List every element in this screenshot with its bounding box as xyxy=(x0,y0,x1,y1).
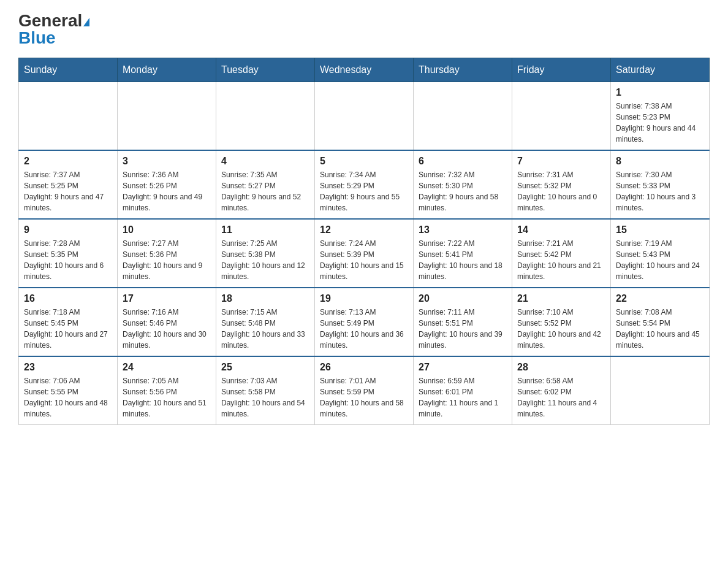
calendar-week-row: 16Sunrise: 7:18 AMSunset: 5:45 PMDayligh… xyxy=(19,288,710,356)
day-number: 27 xyxy=(419,362,507,373)
calendar-cell: 21Sunrise: 7:10 AMSunset: 5:52 PMDayligh… xyxy=(512,288,611,356)
calendar-week-row: 9Sunrise: 7:28 AMSunset: 5:35 PMDaylight… xyxy=(19,219,710,288)
day-number: 4 xyxy=(221,156,309,167)
day-headers-row: SundayMondayTuesdayWednesdayThursdayFrid… xyxy=(19,58,710,82)
calendar-cell: 8Sunrise: 7:30 AMSunset: 5:33 PMDaylight… xyxy=(611,150,710,219)
calendar-cell: 18Sunrise: 7:15 AMSunset: 5:48 PMDayligh… xyxy=(216,288,315,356)
day-info: Sunrise: 7:05 AMSunset: 5:56 PMDaylight:… xyxy=(123,375,211,419)
day-info: Sunrise: 7:01 AMSunset: 5:59 PMDaylight:… xyxy=(320,375,408,419)
day-info: Sunrise: 7:24 AMSunset: 5:39 PMDaylight:… xyxy=(320,238,408,282)
day-info: Sunrise: 7:22 AMSunset: 5:41 PMDaylight:… xyxy=(419,238,507,282)
calendar-cell: 28Sunrise: 6:58 AMSunset: 6:02 PMDayligh… xyxy=(512,356,611,425)
day-number: 10 xyxy=(123,224,211,236)
page-header: GeneralBlue xyxy=(18,12,710,47)
day-header-wednesday: Wednesday xyxy=(315,58,414,82)
calendar-cell xyxy=(611,356,710,425)
calendar-cell: 5Sunrise: 7:34 AMSunset: 5:29 PMDaylight… xyxy=(315,150,414,219)
day-number: 18 xyxy=(221,293,309,304)
day-number: 19 xyxy=(320,293,408,304)
calendar-cell: 4Sunrise: 7:35 AMSunset: 5:27 PMDaylight… xyxy=(216,150,315,219)
calendar-cell xyxy=(315,82,414,151)
calendar-week-row: 1Sunrise: 7:38 AMSunset: 5:23 PMDaylight… xyxy=(19,82,710,151)
day-info: Sunrise: 7:27 AMSunset: 5:36 PMDaylight:… xyxy=(123,238,211,282)
day-number: 9 xyxy=(24,224,112,236)
day-info: Sunrise: 7:28 AMSunset: 5:35 PMDaylight:… xyxy=(24,238,112,282)
day-number: 14 xyxy=(517,224,605,236)
logo-area: GeneralBlue xyxy=(18,12,89,47)
day-number: 17 xyxy=(123,293,211,304)
day-info: Sunrise: 7:03 AMSunset: 5:58 PMDaylight:… xyxy=(221,375,309,419)
day-info: Sunrise: 7:21 AMSunset: 5:42 PMDaylight:… xyxy=(517,238,605,282)
day-info: Sunrise: 7:18 AMSunset: 5:45 PMDaylight:… xyxy=(24,307,112,351)
day-number: 28 xyxy=(517,362,605,373)
day-info: Sunrise: 6:58 AMSunset: 6:02 PMDaylight:… xyxy=(517,375,605,419)
calendar-cell: 25Sunrise: 7:03 AMSunset: 5:58 PMDayligh… xyxy=(216,356,315,425)
calendar-cell: 2Sunrise: 7:37 AMSunset: 5:25 PMDaylight… xyxy=(19,150,118,219)
day-info: Sunrise: 7:32 AMSunset: 5:30 PMDaylight:… xyxy=(419,169,507,213)
day-info: Sunrise: 7:16 AMSunset: 5:46 PMDaylight:… xyxy=(123,307,211,351)
day-info: Sunrise: 7:06 AMSunset: 5:55 PMDaylight:… xyxy=(24,375,112,419)
calendar-week-row: 23Sunrise: 7:06 AMSunset: 5:55 PMDayligh… xyxy=(19,356,710,425)
calendar-cell: 20Sunrise: 7:11 AMSunset: 5:51 PMDayligh… xyxy=(414,288,512,356)
day-number: 3 xyxy=(123,156,211,167)
day-info: Sunrise: 7:30 AMSunset: 5:33 PMDaylight:… xyxy=(616,169,704,213)
day-info: Sunrise: 7:36 AMSunset: 5:26 PMDaylight:… xyxy=(123,169,211,213)
calendar-cell: 6Sunrise: 7:32 AMSunset: 5:30 PMDaylight… xyxy=(414,150,512,219)
calendar-cell: 11Sunrise: 7:25 AMSunset: 5:38 PMDayligh… xyxy=(216,219,315,288)
day-header-sunday: Sunday xyxy=(19,58,118,82)
calendar-cell: 7Sunrise: 7:31 AMSunset: 5:32 PMDaylight… xyxy=(512,150,611,219)
day-info: Sunrise: 7:11 AMSunset: 5:51 PMDaylight:… xyxy=(419,307,507,351)
day-number: 11 xyxy=(221,224,309,236)
calendar-cell xyxy=(118,82,216,151)
day-number: 25 xyxy=(221,362,309,373)
calendar-cell xyxy=(19,82,118,151)
day-number: 1 xyxy=(616,87,704,98)
calendar-table: SundayMondayTuesdayWednesdayThursdayFrid… xyxy=(18,58,710,425)
day-number: 6 xyxy=(419,156,507,167)
calendar-cell: 3Sunrise: 7:36 AMSunset: 5:26 PMDaylight… xyxy=(118,150,216,219)
day-header-thursday: Thursday xyxy=(414,58,512,82)
day-number: 2 xyxy=(24,156,112,167)
calendar-cell: 22Sunrise: 7:08 AMSunset: 5:54 PMDayligh… xyxy=(611,288,710,356)
calendar-cell: 16Sunrise: 7:18 AMSunset: 5:45 PMDayligh… xyxy=(19,288,118,356)
day-number: 21 xyxy=(517,293,605,304)
day-number: 16 xyxy=(24,293,112,304)
day-info: Sunrise: 7:15 AMSunset: 5:48 PMDaylight:… xyxy=(221,307,309,351)
calendar-header: SundayMondayTuesdayWednesdayThursdayFrid… xyxy=(19,58,710,82)
day-number: 22 xyxy=(616,293,704,304)
day-info: Sunrise: 7:35 AMSunset: 5:27 PMDaylight:… xyxy=(221,169,309,213)
calendar-body: 1Sunrise: 7:38 AMSunset: 5:23 PMDaylight… xyxy=(19,82,710,425)
calendar-cell: 1Sunrise: 7:38 AMSunset: 5:23 PMDaylight… xyxy=(611,82,710,151)
calendar-cell: 27Sunrise: 6:59 AMSunset: 6:01 PMDayligh… xyxy=(414,356,512,425)
day-number: 5 xyxy=(320,156,408,167)
calendar-cell xyxy=(414,82,512,151)
day-number: 24 xyxy=(123,362,211,373)
day-header-friday: Friday xyxy=(512,58,611,82)
calendar-week-row: 2Sunrise: 7:37 AMSunset: 5:25 PMDaylight… xyxy=(19,150,710,219)
day-number: 12 xyxy=(320,224,408,236)
day-info: Sunrise: 7:37 AMSunset: 5:25 PMDaylight:… xyxy=(24,169,112,213)
calendar-cell: 17Sunrise: 7:16 AMSunset: 5:46 PMDayligh… xyxy=(118,288,216,356)
day-number: 20 xyxy=(419,293,507,304)
calendar-cell: 14Sunrise: 7:21 AMSunset: 5:42 PMDayligh… xyxy=(512,219,611,288)
day-info: Sunrise: 7:38 AMSunset: 5:23 PMDaylight:… xyxy=(616,101,704,145)
day-header-monday: Monday xyxy=(118,58,216,82)
calendar-cell: 24Sunrise: 7:05 AMSunset: 5:56 PMDayligh… xyxy=(118,356,216,425)
calendar-cell: 23Sunrise: 7:06 AMSunset: 5:55 PMDayligh… xyxy=(19,356,118,425)
calendar-cell xyxy=(216,82,315,151)
day-header-saturday: Saturday xyxy=(611,58,710,82)
day-info: Sunrise: 7:31 AMSunset: 5:32 PMDaylight:… xyxy=(517,169,605,213)
day-info: Sunrise: 7:25 AMSunset: 5:38 PMDaylight:… xyxy=(221,238,309,282)
day-info: Sunrise: 6:59 AMSunset: 6:01 PMDaylight:… xyxy=(419,375,507,419)
day-number: 13 xyxy=(419,224,507,236)
day-number: 7 xyxy=(517,156,605,167)
day-info: Sunrise: 7:08 AMSunset: 5:54 PMDaylight:… xyxy=(616,307,704,351)
day-info: Sunrise: 7:10 AMSunset: 5:52 PMDaylight:… xyxy=(517,307,605,351)
day-info: Sunrise: 7:19 AMSunset: 5:43 PMDaylight:… xyxy=(616,238,704,282)
calendar-cell xyxy=(512,82,611,151)
day-header-tuesday: Tuesday xyxy=(216,58,315,82)
day-number: 23 xyxy=(24,362,112,373)
calendar-cell: 13Sunrise: 7:22 AMSunset: 5:41 PMDayligh… xyxy=(414,219,512,288)
logo-blue-text: Blue xyxy=(18,28,56,47)
day-number: 26 xyxy=(320,362,408,373)
